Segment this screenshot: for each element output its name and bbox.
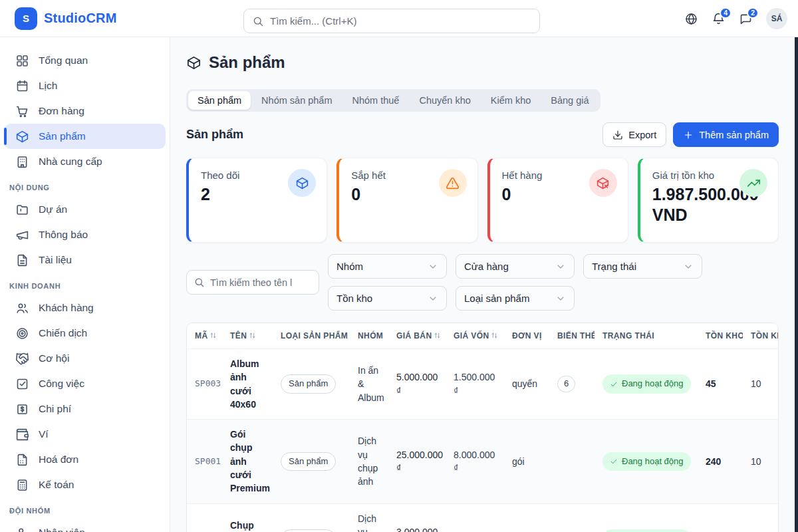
- column-header-ton-kh: TỒN KH: [743, 323, 779, 349]
- page-title-row: Sản phẩm: [186, 53, 779, 72]
- messages-button[interactable]: 2: [739, 12, 753, 26]
- sidebar-item-label: Sản phẩm: [39, 130, 86, 142]
- sidebar-item-chi-phi[interactable]: Chi phí: [4, 396, 166, 422]
- cell-group: Dịch vụ chụp ảnh: [350, 503, 388, 532]
- status-badge: Đang hoạt động: [602, 452, 691, 471]
- wallet-icon: [15, 428, 29, 442]
- search-icon: [252, 15, 264, 27]
- sidebar-item-label: Kế toán: [39, 479, 74, 491]
- table-row-sp002[interactable]: SP002Chụp ảnh cá nhânSản phẩmDịch vụ chụ…: [187, 503, 779, 532]
- filter-dropdown-trang-thai[interactable]: Trạng thái: [583, 254, 702, 279]
- receipt-icon: [15, 402, 29, 416]
- language-button[interactable]: [684, 12, 698, 26]
- column-header-nhom: NHÓM: [350, 323, 388, 349]
- sidebar-item-chien-dich[interactable]: Chiến dịch: [4, 321, 166, 346]
- stat-card-gia-tri-ton-kho: Giá trị tồn kho1.987.500.000 VND: [638, 158, 779, 243]
- stat-card-icon-circle: [589, 169, 617, 197]
- status-badge: Đang hoạt động: [602, 529, 691, 532]
- sidebar-item-cong-viec[interactable]: Công việc: [4, 371, 166, 396]
- brand[interactable]: S StudioCRM: [15, 7, 117, 30]
- notifications-button[interactable]: 4: [712, 12, 726, 26]
- sidebar-item-nha-cung-cap[interactable]: Nhà cung cấp: [4, 149, 166, 174]
- sidebar-item-label: Ví: [39, 428, 49, 440]
- column-header-gia-ban[interactable]: GIÁ BÁN: [388, 323, 446, 349]
- column-header-ten[interactable]: TÊN: [222, 323, 273, 349]
- cell-unit: buổi: [504, 503, 549, 532]
- sidebar-item-lich[interactable]: Lịch: [4, 73, 166, 98]
- sidebar-item-don-hang[interactable]: Đơn hàng: [4, 98, 166, 124]
- tab-san-pham[interactable]: Sản phẩm: [188, 91, 251, 110]
- filter-row: NhómCửa hàngTrạng thái: [328, 254, 702, 279]
- column-header-label: BIẾN THỂ: [557, 331, 595, 340]
- tab-bang-gia[interactable]: Bảng giá: [541, 91, 598, 110]
- sidebar-item-hoa-don[interactable]: Hoá đơn: [4, 447, 166, 472]
- sidebar-item-co-hoi[interactable]: Cơ hội: [4, 346, 166, 371]
- sidebar-item-du-an[interactable]: Dự án: [4, 197, 166, 222]
- cell-price: 25.000.000 ₫: [388, 420, 446, 503]
- vertical-scrollbar[interactable]: [795, 37, 798, 532]
- export-button-label: Export: [628, 130, 656, 140]
- column-header-bien-the: BIẾN THỂ: [549, 323, 595, 349]
- column-header-loai-san-pham: LOẠI SẢN PHẨM: [273, 323, 350, 349]
- table-search-input[interactable]: [210, 277, 312, 288]
- status-badge-label: Đang hoạt động: [622, 378, 684, 390]
- stat-cards: Theo dõi2Sắp hết0Hết hàng0Giá trị tồn kh…: [186, 158, 779, 243]
- filter-dropdown-label: Trạng thái: [592, 261, 636, 272]
- cell-cost-text: 8.000.000 ₫: [454, 450, 495, 473]
- sidebar-item-tai-lieu[interactable]: Tài liệu: [4, 247, 166, 273]
- invoice-icon: [15, 453, 29, 467]
- cell-name: Chụp ảnh cá nhân: [222, 503, 273, 532]
- cell-name-text: Album ảnh cưới 40x60: [230, 358, 259, 410]
- sidebar-item-nhan-vien[interactable]: Nhân viên: [4, 520, 166, 532]
- filter-dropdown-ton-kho[interactable]: Tồn kho: [328, 286, 447, 311]
- tab-kiem-kho[interactable]: Kiểm kho: [481, 91, 540, 110]
- cell-code: SP002: [187, 503, 222, 532]
- status-badge-label: Đang hoạt động: [622, 456, 684, 468]
- table-row-sp001[interactable]: SP001Gói chụp ảnh cưới PremiumSản phẩmDị…: [187, 420, 779, 503]
- status-badge: Đang hoạt động: [602, 374, 691, 394]
- main-content: Sản phẩm Sản phẩmNhóm sản phẩmNhóm thuếC…: [170, 37, 795, 532]
- sidebar-item-ke-toan[interactable]: Kế toán: [4, 472, 166, 497]
- cell-status: Đang hoạt động: [595, 349, 698, 420]
- sidebar-item-thong-bao[interactable]: Thông báo: [4, 222, 166, 247]
- tabstrip: Sản phẩmNhóm sản phẩmNhóm thuếChuyển kho…: [186, 89, 600, 112]
- app-logo: S: [15, 7, 37, 30]
- sidebar-item-tong-quan[interactable]: Tổng quan: [4, 48, 166, 73]
- sort-icon: [490, 331, 499, 340]
- cell-group-text: Dịch vụ chụp ảnh: [358, 436, 378, 487]
- sidebar-item-vi[interactable]: Ví: [4, 422, 166, 447]
- tab-nhom-san-pham[interactable]: Nhóm sản phẩm: [252, 91, 341, 110]
- sort-icon: [209, 331, 217, 340]
- filter-dropdown-cua-hang[interactable]: Cửa hàng: [456, 254, 575, 279]
- handshake-icon: [15, 352, 29, 366]
- global-search-input[interactable]: [270, 15, 531, 27]
- cell-group-text: Dịch vụ chụp ảnh: [358, 513, 378, 532]
- cell-stock: 45: [698, 349, 743, 420]
- cell-unit-text: gói: [512, 456, 525, 467]
- table-row-sp003[interactable]: SP003Album ảnh cưới 40x60Sản phẩmIn ấn &…: [187, 349, 779, 420]
- column-header-label: GIÁ VỐN: [454, 331, 489, 340]
- cell-name: Gói chụp ảnh cưới Premium: [222, 420, 273, 503]
- export-button[interactable]: Export: [602, 122, 666, 147]
- tab-chuyen-kho[interactable]: Chuyển kho: [410, 91, 479, 110]
- column-header-label: NHÓM: [358, 331, 383, 340]
- avatar[interactable]: SÁ: [766, 8, 787, 29]
- stat-card-theo-doi: Theo dõi2: [186, 158, 327, 243]
- filter-dropdown-nhom[interactable]: Nhóm: [328, 254, 447, 279]
- product-type-badge: Sản phẩm: [281, 452, 336, 471]
- cell-group: In ấn & Album: [350, 349, 388, 420]
- tab-nhom-thue[interactable]: Nhóm thuế: [343, 91, 409, 110]
- column-header-gia-von[interactable]: GIÁ VỐN: [446, 323, 504, 349]
- table-header-row: MÃTÊNLOẠI SẢN PHẨMNHÓMGIÁ BÁNGIÁ VỐNĐƠN …: [187, 323, 779, 349]
- cart-icon: [15, 104, 29, 118]
- trend-up-icon: [747, 176, 761, 190]
- column-header-ma[interactable]: MÃ: [187, 323, 222, 349]
- filter-dropdown-loai-san-pham[interactable]: Loại sản phẩm: [456, 286, 575, 311]
- cell-stock-text: 240: [706, 456, 721, 467]
- sidebar-item-khach-hang[interactable]: Khách hàng: [4, 295, 166, 321]
- sidebar-item-san-pham[interactable]: Sản phẩm: [4, 124, 166, 149]
- add-product-button[interactable]: Thêm sản phẩm: [673, 122, 779, 147]
- cell-type: Sản phẩm: [273, 420, 350, 503]
- sort-icon: [433, 331, 442, 340]
- variant-count-badge: 6: [557, 376, 575, 392]
